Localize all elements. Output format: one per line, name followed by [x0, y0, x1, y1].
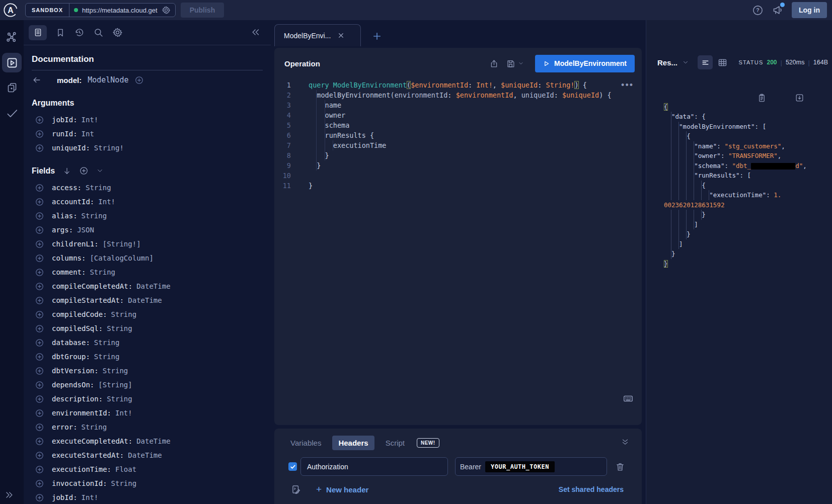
field-row[interactable]: alias:String — [32, 209, 263, 223]
schema-icon[interactable] — [6, 31, 18, 44]
sort-fields-icon[interactable] — [62, 166, 71, 176]
collections-icon[interactable] — [6, 81, 18, 94]
collapse-request-panel-icon[interactable] — [621, 438, 630, 447]
field-row[interactable]: jobId:Int! — [32, 113, 263, 127]
field-row[interactable]: executeStartedAt:DateTime — [32, 448, 263, 462]
add-to-query-icon[interactable] — [35, 268, 44, 277]
publish-button[interactable]: Publish — [181, 3, 224, 18]
explorer-icon[interactable] — [2, 53, 22, 72]
bookmarks-icon[interactable] — [55, 28, 65, 38]
tab-headers[interactable]: Headers — [332, 436, 374, 450]
help-icon[interactable]: ? — [752, 5, 764, 16]
tree-view-toggle[interactable] — [698, 55, 713, 69]
download-response-icon[interactable] — [795, 73, 825, 122]
table-view-toggle[interactable] — [717, 57, 728, 68]
add-to-query-icon[interactable] — [35, 324, 44, 333]
query-editor[interactable]: 1234567891011 query ModelByEnvironment($… — [274, 80, 642, 191]
field-row[interactable]: executeCompletedAt:DateTime — [32, 434, 263, 448]
announcements-icon[interactable] — [772, 4, 784, 16]
field-row[interactable]: description:String — [32, 392, 263, 406]
code-line[interactable]: runResults { — [309, 130, 612, 140]
set-shared-headers-link[interactable]: Set shared headers — [559, 485, 624, 493]
field-row[interactable]: uniqueId:String! — [32, 141, 263, 155]
settings-icon[interactable] — [112, 27, 123, 38]
field-row[interactable]: columns:[CatalogColumn] — [32, 251, 263, 265]
field-row[interactable]: accountId:Int! — [32, 195, 263, 209]
expand-rail-icon[interactable] — [4, 490, 14, 500]
history-icon[interactable] — [74, 27, 85, 38]
add-to-query-icon[interactable] — [35, 408, 44, 418]
type-name-value[interactable]: ModelNode — [88, 75, 128, 85]
add-to-query-icon[interactable] — [35, 423, 44, 432]
field-row[interactable]: args:JSON — [32, 223, 263, 237]
add-to-query-icon[interactable] — [35, 479, 44, 488]
documentation-tab-icon[interactable] — [29, 25, 47, 40]
code-line[interactable]: modelByEnvironment(environmentId: $envir… — [309, 90, 612, 100]
add-to-query-icon[interactable] — [35, 211, 44, 221]
field-row[interactable]: childrenL1:[String!] — [32, 237, 263, 251]
add-to-query-icon[interactable] — [35, 115, 44, 125]
response-chevron-icon[interactable] — [682, 59, 689, 66]
fields-chevron-icon[interactable] — [96, 167, 104, 175]
save-chevron-icon[interactable] — [518, 60, 524, 66]
add-to-query-icon[interactable] — [35, 143, 44, 153]
share-operation-icon[interactable] — [489, 59, 499, 68]
code-line[interactable]: executionTime — [309, 140, 612, 150]
code-line[interactable]: query ModelByEnvironment($environmentId:… — [309, 80, 612, 90]
field-row[interactable]: compiledCode:String — [32, 307, 263, 321]
code-line[interactable]: name — [309, 100, 612, 110]
field-row[interactable]: dbtVersion:String — [32, 364, 263, 378]
add-to-query-icon[interactable] — [35, 282, 44, 291]
response-json[interactable]: {"data": {"modelByEnvironment": [{"name"… — [646, 72, 832, 288]
field-row[interactable]: jobId:Int! — [32, 490, 263, 504]
field-row[interactable]: compileCompletedAt:DateTime — [32, 279, 263, 293]
header-enabled-checkbox[interactable] — [288, 462, 297, 471]
code-line[interactable]: schema — [309, 120, 612, 130]
add-fields-icon[interactable] — [79, 166, 89, 176]
code-line[interactable]: } — [309, 150, 612, 160]
edit-raw-headers-icon[interactable] — [291, 484, 301, 495]
add-to-query-icon[interactable] — [35, 296, 44, 305]
field-row[interactable]: comment:String — [32, 265, 263, 279]
field-row[interactable]: environmentId:Int! — [32, 406, 263, 420]
add-to-query-icon[interactable] — [35, 493, 44, 502]
add-to-query-icon[interactable] — [35, 338, 44, 348]
add-to-query-icon[interactable] — [35, 366, 44, 376]
field-row[interactable]: compiledSql:String — [32, 321, 263, 335]
add-to-query-icon[interactable] — [35, 352, 44, 362]
new-tab-icon[interactable] — [372, 31, 382, 41]
new-header-button[interactable]: + New header — [316, 484, 368, 495]
header-key-input[interactable]: Authorization — [300, 457, 448, 476]
add-all-fields-icon[interactable] — [134, 75, 144, 85]
close-tab-icon[interactable] — [338, 32, 344, 39]
add-to-query-icon[interactable] — [35, 197, 44, 207]
code-line[interactable]: } — [309, 181, 612, 191]
search-icon[interactable] — [93, 27, 104, 38]
add-to-query-icon[interactable] — [35, 437, 44, 446]
back-icon[interactable] — [32, 75, 42, 85]
endpoint-settings-icon[interactable] — [162, 6, 171, 15]
copy-response-icon[interactable] — [757, 73, 787, 122]
collapse-docs-icon[interactable] — [251, 27, 261, 37]
editor-overflow-menu-icon[interactable]: ••• — [621, 80, 634, 91]
code-line[interactable]: owner — [309, 110, 612, 120]
field-row[interactable]: dbtGroup:String — [32, 350, 263, 364]
endpoint-url[interactable]: https://metadata.cloud.get — [82, 7, 158, 14]
add-to-query-icon[interactable] — [35, 129, 44, 139]
add-to-query-icon[interactable] — [35, 225, 44, 235]
endpoint-input[interactable]: https://metadata.cloud.get — [69, 4, 175, 17]
add-to-query-icon[interactable] — [35, 310, 44, 319]
field-row[interactable]: invocationId:String — [32, 476, 263, 490]
login-button[interactable]: Log in — [792, 2, 827, 18]
checks-icon[interactable] — [6, 107, 19, 120]
field-row[interactable]: error:String — [32, 420, 263, 434]
field-row[interactable]: compileStartedAt:DateTime — [32, 293, 263, 307]
field-row[interactable]: executionTime:Float — [32, 462, 263, 476]
field-row[interactable]: runId:Int — [32, 127, 263, 141]
field-row[interactable]: access:String — [32, 181, 263, 195]
save-operation-icon[interactable] — [506, 59, 515, 68]
add-to-query-icon[interactable] — [35, 380, 44, 390]
add-to-query-icon[interactable] — [35, 451, 44, 460]
header-value-input[interactable]: Bearer YOUR_AUTH_TOKEN — [455, 457, 607, 476]
add-to-query-icon[interactable] — [35, 394, 44, 404]
